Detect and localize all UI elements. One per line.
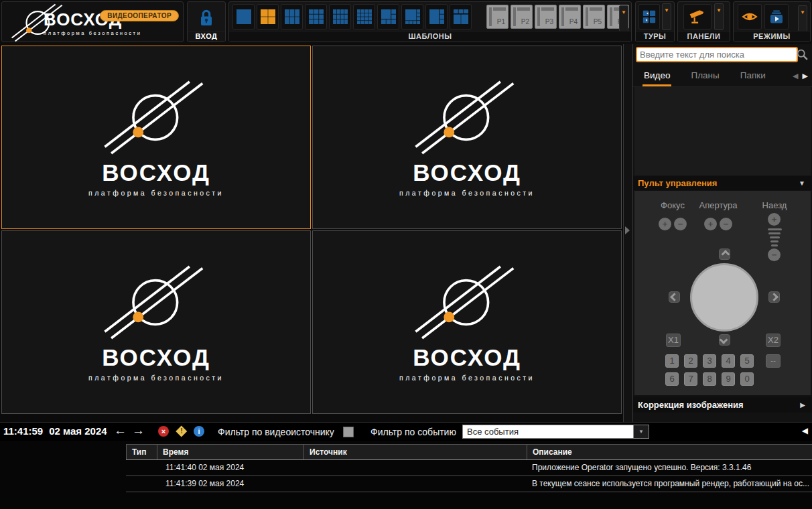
zoom-out-button[interactable]: −: [768, 248, 781, 261]
zoom-slider-bar[interactable]: [768, 228, 782, 230]
template-layout-1plus7-button[interactable]: [401, 4, 423, 29]
speed-x1-button[interactable]: X1: [666, 334, 681, 347]
column-header-source[interactable]: Источник: [303, 445, 527, 459]
zoom-slider-bar[interactable]: [770, 240, 779, 242]
template-layout-1plus3-vertical-button[interactable]: [425, 4, 448, 29]
video-tile-3[interactable]: ВОСХОД платформа безопасности: [1, 230, 311, 414]
login-button[interactable]: ВХОД: [187, 1, 226, 42]
templates-dropdown-button[interactable]: ▼: [619, 5, 628, 32]
search-icon[interactable]: [795, 48, 810, 62]
template-preset-p3-button[interactable]: P3: [535, 5, 557, 29]
preset-dash-button[interactable]: --: [766, 354, 781, 368]
digit-3-button[interactable]: 3: [703, 354, 716, 368]
warning-filter-icon[interactable]: !: [176, 426, 187, 437]
zoom-slider-bar[interactable]: [768, 232, 781, 234]
chevron-down-icon[interactable]: ▼: [633, 425, 649, 438]
playback-stack-icon: [768, 9, 785, 25]
digit-0-button[interactable]: 0: [740, 372, 754, 386]
template-preset-p1-button[interactable]: P1: [486, 5, 509, 29]
tabs-scroll-right-icon[interactable]: ▶: [803, 72, 808, 80]
column-header-type[interactable]: Тип: [126, 445, 157, 459]
log-collapse-icon[interactable]: ◀: [802, 426, 808, 435]
column-header-description[interactable]: Описание: [527, 445, 812, 459]
error-filter-icon[interactable]: ×: [158, 426, 169, 437]
digit-1-button[interactable]: 1: [665, 354, 679, 368]
focus-label: Фокус: [661, 200, 685, 210]
sidebar-splitter[interactable]: [623, 44, 633, 422]
template-preset-p2-button[interactable]: P2: [511, 5, 533, 29]
archive-mode-button[interactable]: [764, 4, 789, 29]
digit-9-button[interactable]: 9: [722, 372, 735, 386]
digit-5-button[interactable]: 5: [740, 354, 754, 368]
video-tile-1[interactable]: ВОСХОД платформа безопасности: [1, 46, 311, 229]
image-correction-section-header[interactable]: Коррекция изображения ▶: [633, 396, 812, 413]
template-layout-2x2-button[interactable]: [257, 4, 279, 29]
panels-dropdown-button[interactable]: ▼: [714, 3, 724, 30]
zoom-slider-bar[interactable]: [771, 244, 778, 246]
pan-down-button[interactable]: [719, 334, 730, 346]
digit-4-button[interactable]: 4: [722, 354, 735, 368]
pan-up-button[interactable]: [719, 248, 730, 260]
zoom-in-button[interactable]: +: [768, 213, 781, 226]
tab-plans[interactable]: Планы: [689, 66, 720, 86]
tab-video[interactable]: Видео: [642, 66, 671, 86]
ptz-section-header[interactable]: Пульт управления ▼: [633, 176, 812, 190]
template-layout-4x3-button[interactable]: [329, 4, 351, 29]
search-input[interactable]: [636, 47, 798, 62]
template-layout-3plus2-button[interactable]: [450, 4, 472, 29]
live-view-mode-button[interactable]: [738, 4, 762, 29]
filter-source-checkbox[interactable]: [343, 427, 354, 437]
log-back-arrow-icon[interactable]: ←: [114, 423, 127, 438]
event-log-row-1[interactable]: 11:41:40 02 мая 2024 Приложение Operator…: [126, 460, 812, 476]
ptz-joystick[interactable]: [690, 263, 758, 332]
focus-minus-button[interactable]: −: [674, 218, 687, 230]
search-row: [633, 46, 812, 64]
digit-row-2: 6 7 8 9 0: [665, 372, 754, 386]
watermark-subtitle: платформа безопасности: [399, 374, 535, 382]
pan-right-button[interactable]: [768, 291, 780, 303]
template-layout-4x4-button[interactable]: [353, 4, 375, 29]
brand-subtitle: платформа безопасности: [44, 30, 141, 36]
event-log-row-2[interactable]: 11:41:39 02 мая 2024 В текущем сеансе ис…: [126, 476, 812, 492]
template-layout-1plus5-button[interactable]: [377, 4, 399, 29]
template-preset-p4-button[interactable]: P4: [559, 5, 581, 29]
event-filter-combobox[interactable]: Все события ▼: [462, 425, 649, 439]
tours-button[interactable]: [638, 4, 660, 29]
modes-dropdown-button[interactable]: ▼: [798, 5, 807, 32]
clock: 11:41:5902 мая 2024: [3, 425, 107, 437]
tours-dropdown-button[interactable]: ▼: [662, 3, 671, 30]
zoom-slider-bar[interactable]: [770, 236, 780, 238]
column-header-time[interactable]: Время: [157, 445, 303, 459]
focus-plus-button[interactable]: +: [659, 218, 671, 230]
video-tile-4[interactable]: ВОСХОД платформа безопасности: [312, 230, 622, 414]
template-layout-2x3-button[interactable]: [281, 4, 303, 29]
splitter-handle-icon[interactable]: [625, 226, 630, 234]
template-layout-3x3-button[interactable]: [305, 4, 327, 29]
cell-source: [303, 460, 527, 476]
panels-button[interactable]: [683, 4, 712, 29]
tab-folders[interactable]: Папки: [739, 66, 767, 86]
digit-8-button[interactable]: 8: [703, 372, 716, 386]
modes-panel: ▼ РЕЖИМЫ: [733, 1, 811, 42]
chevron-left-icon: [670, 293, 679, 301]
template-layout-1x1-button[interactable]: [232, 4, 255, 29]
preset-label: P1: [497, 18, 505, 25]
video-tile-2[interactable]: ВОСХОД платформа безопасности: [312, 46, 622, 229]
chevron-down-icon[interactable]: ▼: [799, 179, 812, 187]
tabs-scroll-left-icon[interactable]: ◀: [793, 72, 798, 80]
chevron-right-icon[interactable]: ▶: [800, 401, 812, 409]
log-forward-arrow-icon[interactable]: →: [132, 423, 145, 438]
aperture-minus-button[interactable]: −: [720, 218, 732, 230]
zoom-label: Наезд: [762, 200, 787, 210]
aperture-plus-button[interactable]: +: [704, 218, 717, 230]
digit-6-button[interactable]: 6: [665, 372, 679, 386]
info-filter-icon[interactable]: i: [194, 426, 204, 437]
speed-x2-button[interactable]: X2: [766, 334, 781, 347]
cctv-camera-icon: [689, 8, 706, 25]
watermark-title: ВОСХОД: [102, 159, 210, 186]
digit-7-button[interactable]: 7: [684, 372, 697, 386]
watermark-subtitle: платформа безопасности: [88, 189, 224, 197]
template-preset-p5-button[interactable]: P5: [583, 5, 605, 29]
pan-left-button[interactable]: [669, 291, 680, 303]
digit-2-button[interactable]: 2: [684, 354, 697, 368]
